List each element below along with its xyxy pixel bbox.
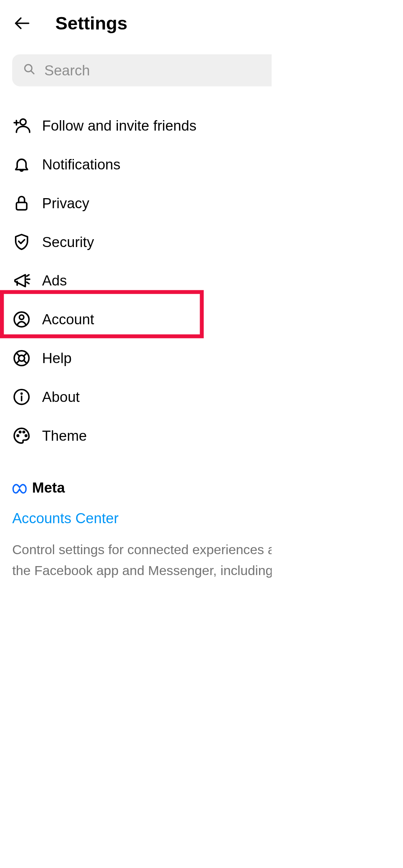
svg-point-21 [17, 435, 19, 437]
person-circle-icon [12, 310, 31, 329]
lock-icon [12, 194, 31, 212]
add-person-icon [12, 116, 31, 135]
bell-icon [12, 155, 31, 174]
svg-line-17 [24, 360, 27, 363]
settings-item-label: Account [42, 311, 94, 328]
settings-item-notifications[interactable]: Notifications [12, 145, 272, 184]
svg-line-16 [16, 360, 19, 363]
lifebuoy-icon [12, 349, 31, 368]
settings-item-help[interactable]: Help [12, 339, 272, 378]
palette-icon [12, 426, 31, 445]
svg-line-14 [16, 353, 19, 356]
settings-item-label: About [42, 388, 80, 406]
svg-line-7 [27, 275, 29, 276]
svg-line-2 [31, 71, 34, 74]
svg-point-23 [23, 431, 25, 433]
svg-point-20 [21, 393, 22, 394]
settings-item-label: Help [42, 350, 72, 367]
svg-point-3 [20, 119, 26, 125]
settings-item-label: Notifications [42, 156, 121, 173]
meta-description: Control settings for connected experienc… [12, 539, 272, 585]
page-title: Settings [55, 13, 127, 34]
shield-check-icon [12, 232, 31, 251]
search-bar[interactable] [12, 54, 272, 86]
svg-point-24 [25, 435, 27, 437]
settings-item-label: Ads [42, 272, 67, 289]
info-icon [12, 387, 31, 406]
settings-list: Follow and invite friends Notifications [12, 106, 272, 455]
settings-item-theme[interactable]: Theme [12, 416, 272, 455]
settings-item-ads[interactable]: Ads [12, 261, 272, 300]
back-button[interactable] [11, 12, 33, 34]
settings-item-privacy[interactable]: Privacy [12, 184, 272, 223]
search-icon [23, 63, 35, 78]
svg-line-9 [27, 282, 29, 284]
settings-item-follow-invite[interactable]: Follow and invite friends [12, 106, 272, 145]
settings-item-label: Follow and invite friends [42, 117, 197, 134]
settings-item-security[interactable]: Security [12, 222, 272, 261]
settings-item-label: Security [42, 233, 94, 250]
arrow-left-icon [13, 16, 31, 31]
svg-rect-6 [16, 202, 27, 210]
meta-brand-text: Meta [32, 480, 65, 497]
settings-item-label: Theme [42, 427, 87, 444]
meta-logo: Meta [12, 480, 272, 497]
accounts-center-link[interactable]: Accounts Center [12, 510, 272, 527]
settings-item-account[interactable]: Account [12, 300, 272, 339]
svg-point-22 [19, 431, 21, 433]
meta-section: Meta Accounts Center Control settings fo… [12, 480, 272, 585]
settings-item-label: Privacy [42, 194, 89, 212]
search-input[interactable] [44, 62, 272, 79]
svg-line-15 [24, 353, 27, 356]
svg-point-11 [19, 315, 24, 319]
settings-item-about[interactable]: About [12, 378, 272, 416]
megaphone-icon [12, 271, 31, 290]
meta-infinity-icon [12, 483, 29, 494]
